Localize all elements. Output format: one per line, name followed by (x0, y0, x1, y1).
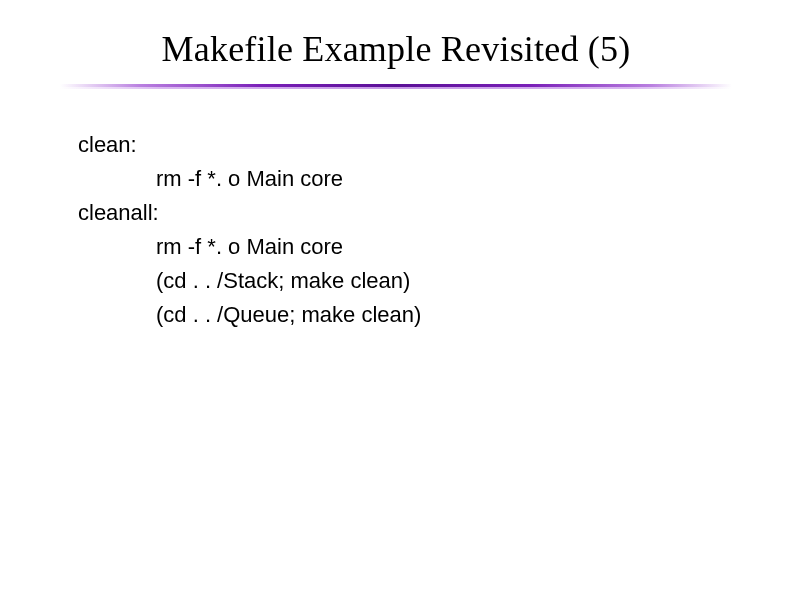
code-line-cmd-4: (cd . . /Queue; make clean) (78, 298, 421, 332)
slide-title: Makefile Example Revisited (5) (0, 28, 792, 70)
divider-gradient-bottom (60, 87, 732, 89)
code-block: clean: rm -f *. o Main core cleanall: rm… (78, 128, 421, 333)
code-line-cmd-3: (cd . . /Stack; make clean) (78, 264, 421, 298)
title-divider (60, 84, 732, 90)
code-line-target-cleanall: cleanall: (78, 196, 421, 230)
code-line-target-clean: clean: (78, 128, 421, 162)
slide: Makefile Example Revisited (5) clean: rm… (0, 0, 792, 612)
code-line-cmd-1: rm -f *. o Main core (78, 162, 421, 196)
code-line-cmd-2: rm -f *. o Main core (78, 230, 421, 264)
